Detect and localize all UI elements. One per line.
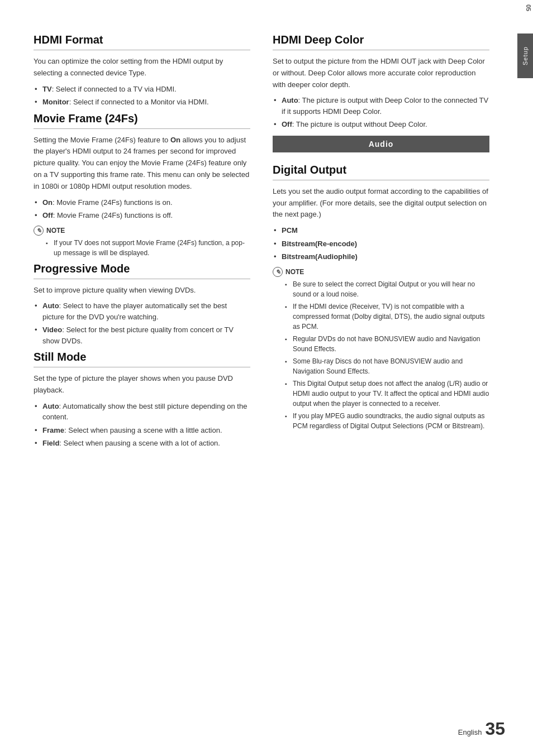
deep-off-term: Off (282, 120, 292, 128)
main-content: HDMI Format You can optimize the color s… (0, 0, 517, 756)
still-mode-divider (34, 367, 250, 367)
page-footer: English 35 (458, 719, 505, 739)
hdmi-deep-color-body: Set to output the picture from the HDMI … (273, 56, 489, 90)
digital-output-body: Lets you set the audio output format acc… (273, 186, 489, 221)
progressive-mode-section: Progressive Mode Set to improve picture … (34, 262, 250, 347)
digital-note-item-1: If the HDMI device (Receiver, TV) is not… (285, 302, 489, 332)
note-icon: ✎ (34, 226, 44, 236)
digital-note-item-0: Be sure to select the correct Digital Ou… (285, 279, 489, 299)
hdmi-format-divider (34, 50, 250, 50)
digital-output-note-list: Be sure to select the correct Digital Ou… (273, 279, 489, 431)
movie-frame-on-text: : Movie Frame (24Fs) functions is on. (53, 198, 173, 207)
digital-reencode-term: Bitstream(Re-encode) (282, 240, 357, 248)
digital-note-icon: ✎ (273, 267, 283, 277)
hdmi-format-bullet-tv: TV: Select if connected to a TV via HDMI… (34, 84, 250, 95)
progressive-mode-divider (34, 279, 250, 279)
digital-output-bullet-audiophile: Bitstream(Audiophile) (273, 251, 489, 262)
digital-output-title: Digital Output (273, 164, 489, 176)
still-auto-term: Auto (42, 402, 59, 410)
digital-output-section: Digital Output Lets you set the audio ou… (273, 164, 489, 431)
movie-frame-bullets: On: Movie Frame (24Fs) functions is on. … (34, 197, 250, 221)
deep-auto-text: : The picture is output with Deep Color … (282, 96, 488, 116)
still-mode-bullet-field: Field: Select when pausing a scene with … (34, 438, 250, 449)
hdmi-format-bullets: TV: Select if connected to a TV via HDMI… (34, 84, 250, 108)
digital-output-note: ✎ NOTE Be sure to select the correct Dig… (273, 267, 489, 431)
digital-audiophile-term: Bitstream(Audiophile) (282, 252, 358, 261)
right-column: HDMI Deep Color Set to output the pictur… (273, 34, 489, 722)
hdmi-deep-color-bullet-off: Off: The picture is output without Deep … (273, 119, 489, 130)
progressive-mode-bullet-auto: Auto: Select to have the player automati… (34, 300, 250, 322)
hdmi-format-section: HDMI Format You can optimize the color s… (34, 34, 250, 108)
progressive-video-text: : Select for the best picture quality fr… (42, 326, 234, 345)
hdmi-deep-color-section: HDMI Deep Color Set to output the pictur… (273, 34, 489, 130)
movie-frame-section: Movie Frame (24Fs) Setting the Movie Fra… (34, 112, 250, 258)
hdmi-deep-color-divider (273, 50, 489, 50)
movie-frame-divider (34, 128, 250, 129)
hdmi-format-bullet-monitor: Monitor: Select if connected to a Monito… (34, 97, 250, 108)
digital-note-item-4: This Digital Output setup does not affec… (285, 379, 489, 409)
deep-off-text: : The picture is output without Deep Col… (292, 120, 427, 128)
deep-auto-term: Auto (282, 96, 298, 104)
progressive-mode-bullet-video: Video: Select for the best picture quali… (34, 324, 250, 346)
side-tab: 05 Setup (517, 0, 533, 756)
digital-note-item-2: Regular DVDs do not have BONUSVIEW audio… (285, 334, 489, 354)
progressive-mode-body: Set to improve picture quality when view… (34, 285, 250, 296)
hdmi-format-tv-text: : Select if connected to a TV via HDMI. (52, 85, 177, 93)
movie-frame-note-list: If your TV does not support Movie Frame … (34, 238, 250, 258)
footer-page-number: 35 (485, 719, 505, 739)
digital-output-bullet-pcm: PCM (273, 225, 489, 236)
digital-output-divider (273, 180, 489, 180)
hdmi-format-monitor-text: : Select if connected to a Monitor via H… (69, 98, 209, 106)
hdmi-deep-color-title: HDMI Deep Color (273, 34, 489, 46)
movie-frame-bullet-on: On: Movie Frame (24Fs) functions is on. (34, 197, 250, 208)
still-frame-term: Frame (42, 426, 64, 434)
progressive-video-term: Video (42, 326, 62, 334)
page-container: HDMI Format You can optimize the color s… (0, 0, 533, 756)
still-mode-title: Still Mode (34, 351, 250, 363)
still-mode-section: Still Mode Set the type of picture the p… (34, 351, 250, 449)
digital-note-item-5: If you play MPEG audio soundtracks, the … (285, 411, 489, 431)
progressive-mode-bullets: Auto: Select to have the player automati… (34, 300, 250, 346)
digital-note-item-3: Some Blu-ray Discs do not have BONUSVIEW… (285, 356, 489, 376)
still-field-term: Field (42, 439, 59, 447)
movie-frame-note-item-0: If your TV does not support Movie Frame … (46, 238, 250, 258)
hdmi-deep-color-bullets: Auto: The picture is output with Deep Co… (273, 95, 489, 130)
left-column: HDMI Format You can optimize the color s… (34, 34, 250, 722)
still-mode-body: Set the type of picture the player shows… (34, 373, 250, 396)
hdmi-format-monitor-term: Monitor (42, 98, 69, 106)
digital-output-bullet-reencode: Bitstream(Re-encode) (273, 238, 489, 250)
hdmi-format-body: You can optimize the color setting from … (34, 56, 250, 79)
movie-frame-bullet-off: Off: Movie Frame (24Fs) functions is off… (34, 210, 250, 221)
side-tab-label: Setup (517, 34, 533, 78)
still-frame-text: : Select when pausing a scene with a lit… (64, 426, 222, 434)
still-mode-bullet-auto: Auto: Automatically show the best still … (34, 401, 250, 423)
progressive-auto-text: : Select to have the player automaticall… (42, 302, 227, 321)
still-mode-bullets: Auto: Automatically show the best still … (34, 401, 250, 449)
digital-output-bullets: PCM Bitstream(Re-encode) Bitstream(Audio… (273, 225, 489, 262)
audio-banner: Audio (273, 136, 489, 152)
movie-frame-off-text: : Movie Frame (24Fs) functions is off. (53, 211, 173, 219)
movie-frame-on-term: On (42, 198, 53, 207)
still-auto-text: : Automatically show the best still pict… (42, 402, 247, 422)
movie-frame-off-term: Off (42, 211, 53, 219)
progressive-mode-title: Progressive Mode (34, 262, 250, 275)
movie-frame-note-label: NOTE (46, 227, 65, 235)
progressive-auto-term: Auto (42, 302, 59, 310)
movie-frame-note: ✎ NOTE If your TV does not support Movie… (34, 226, 250, 258)
digital-note-label: NOTE (285, 268, 304, 276)
movie-frame-body: Setting the Movie Frame (24Fs) feature t… (34, 135, 250, 193)
digital-pcm-term: PCM (282, 226, 298, 235)
movie-frame-title: Movie Frame (24Fs) (34, 112, 250, 125)
hdmi-deep-color-bullet-auto: Auto: The picture is output with Deep Co… (273, 95, 489, 117)
still-mode-bullet-frame: Frame: Select when pausing a scene with … (34, 425, 250, 436)
hdmi-format-tv-term: TV (42, 85, 52, 93)
movie-frame-note-header: ✎ NOTE (34, 226, 250, 236)
footer-language: English (458, 728, 482, 736)
digital-output-note-header: ✎ NOTE (273, 267, 489, 277)
hdmi-format-title: HDMI Format (34, 34, 250, 46)
side-tab-number: 05 (525, 4, 532, 11)
still-field-text: : Select when pausing a scene with a lot… (59, 439, 220, 447)
